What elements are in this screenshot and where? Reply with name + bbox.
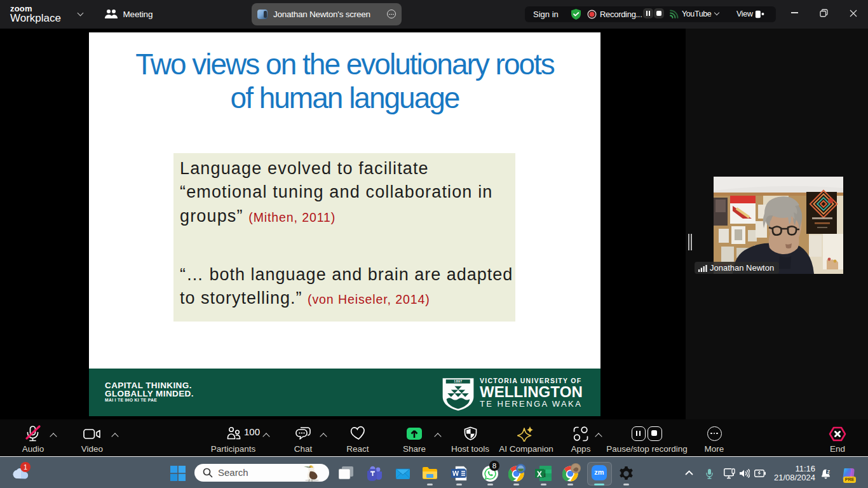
svg-text:Z: Z [827, 470, 830, 474]
svg-text:1897: 1897 [454, 379, 462, 383]
